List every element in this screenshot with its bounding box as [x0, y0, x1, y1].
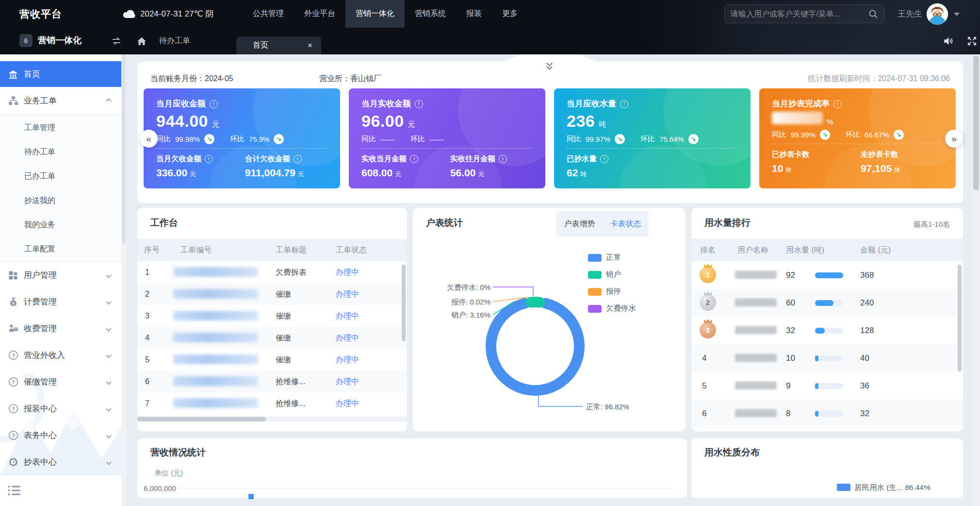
sidebar-group-nonop-income[interactable]: ? 营业外收入	[0, 342, 121, 369]
redacted-order-no	[173, 354, 258, 364]
table-row[interactable]: 6抢维修...办理中	[137, 371, 407, 392]
table-row[interactable]: 1欠费拆表办理中	[137, 261, 407, 283]
sidebar-group-install-center[interactable]: ? 报装中心	[0, 395, 121, 422]
business-office: 营业所：香山镇厂	[319, 74, 381, 84]
info-icon[interactable]: !	[294, 155, 302, 163]
info-icon[interactable]: !	[205, 155, 213, 163]
sidebar-group-work-orders[interactable]: 业务工单	[0, 87, 121, 115]
table-vertical-scrollbar[interactable]	[402, 265, 406, 341]
status-link[interactable]: 办理中	[336, 349, 359, 371]
rank-row[interactable]: 7	[691, 427, 963, 431]
nav-item-more[interactable]: 更多	[492, 0, 528, 28]
info-icon[interactable]: !	[499, 155, 507, 163]
rank-row[interactable]: 5936	[691, 372, 963, 400]
home-icon[interactable]	[136, 35, 147, 47]
status-link[interactable]: 办理中	[336, 371, 359, 392]
card-value: 944.00	[156, 112, 208, 130]
card-sub: 已抄水量! 62吨	[567, 154, 664, 179]
status-link[interactable]: 办理中	[336, 392, 359, 414]
legend-marker[interactable]	[248, 494, 254, 499]
redacted-user	[735, 409, 777, 417]
status-link[interactable]: 办理中	[336, 261, 359, 283]
chevron-up-icon	[106, 98, 111, 103]
sidebar-subitem-cc-me[interactable]: 抄送我的	[0, 188, 121, 213]
gridline	[179, 488, 675, 489]
legend-swatch[interactable]	[837, 484, 850, 491]
card-receivable-water: 当月应收水量! 236吨 同比99.97%↘ 环比75.64%↘ 已抄水量! 6…	[554, 88, 751, 188]
sidebar-subitem-order-config[interactable]: 工单配置	[0, 237, 121, 261]
rank-vertical-scrollbar[interactable]	[958, 265, 962, 371]
table-row[interactable]: 5催缴办理中	[137, 349, 407, 371]
rank-row[interactable]: 6832	[691, 400, 963, 427]
nav-item-marketing-integration[interactable]: 营销一体化	[345, 0, 405, 28]
info-icon[interactable]: !	[410, 155, 418, 163]
card-ratios: 同比99.98%↘ 环比75.9%↘	[156, 134, 327, 144]
sidebar-scrollbar[interactable]	[121, 54, 126, 506]
card-sub: 合计欠收金额! 911,004.79元	[245, 154, 327, 179]
nav-item-install[interactable]: 报装	[456, 0, 492, 28]
nav-item-field[interactable]: 外业平台	[294, 0, 345, 28]
trend-down-icon: ↘	[688, 134, 699, 144]
rank-row[interactable]: 41040	[691, 344, 963, 372]
sidebar-group-billing[interactable]: $ 计费管理	[0, 288, 121, 315]
rank-row[interactable]: 332128	[691, 317, 963, 344]
card-sub: 实收当月金额! 608.00元	[361, 154, 450, 179]
user-name[interactable]: 王先生	[898, 0, 922, 28]
sidebar-item-home[interactable]: 首页	[0, 61, 121, 87]
svg-text:?: ?	[12, 433, 15, 439]
swap-icon[interactable]	[111, 35, 122, 47]
redacted-order-no	[173, 267, 258, 277]
table-row[interactable]: 2催缴办理中	[137, 283, 407, 305]
status-link[interactable]: 办理中	[336, 327, 359, 349]
quick-tab-todo[interactable]: 待办工单	[159, 34, 190, 47]
sidebar-group-reading-center[interactable]: 抄表中心	[0, 449, 121, 475]
table-horizontal-scrollbar[interactable]	[137, 417, 407, 422]
table-row[interactable]: 3催缴办理中	[137, 305, 407, 327]
table-row[interactable]: 4催缴办理中	[137, 327, 407, 349]
info-icon[interactable]: !	[210, 100, 218, 108]
silver-medal-icon: 2	[700, 294, 716, 311]
trend-down-icon: ↘	[894, 130, 904, 140]
sidebar-group-user-mgmt[interactable]: 用户管理	[0, 262, 121, 288]
sidebar: 首页 业务工单 工单管理 待办工单 已办工单 抄送我的 我的业务 工单配置 用户…	[0, 54, 121, 506]
sidebar-subitem-todo-orders[interactable]: 待办工单	[0, 140, 121, 164]
menu-list-icon[interactable]	[8, 485, 20, 496]
nav-item-public[interactable]: 公共管理	[243, 0, 294, 28]
redacted-user	[735, 299, 777, 306]
rank-row[interactable]: 192368	[691, 261, 963, 289]
question-icon: ?	[8, 404, 18, 414]
search-icon[interactable]	[868, 9, 878, 19]
tab-home-active[interactable]: 首页 ×	[236, 36, 321, 54]
sidebar-group-charging[interactable]: 收费管理	[0, 315, 121, 342]
cashier-icon	[8, 323, 18, 334]
carousel-next-button[interactable]: »	[945, 130, 963, 148]
sidebar-group-meter-center[interactable]: ? 表务中心	[0, 422, 121, 449]
chevron-down-icon	[106, 326, 111, 331]
info-icon[interactable]: !	[833, 100, 842, 108]
user-menu-caret[interactable]	[954, 13, 960, 16]
fullscreen-icon[interactable]	[966, 35, 978, 47]
rank-row[interactable]: 260240	[691, 289, 963, 317]
sidebar-subitem-order-mgmt[interactable]: 工单管理	[0, 116, 121, 140]
page-scrollbar[interactable]	[972, 54, 980, 506]
tab-close-icon[interactable]: ×	[308, 41, 312, 51]
carousel-prev-button[interactable]: «	[140, 130, 158, 148]
chevron-down-icon	[106, 353, 111, 358]
info-icon[interactable]: !	[415, 100, 423, 108]
avatar[interactable]	[927, 3, 948, 25]
info-icon[interactable]: !	[600, 155, 608, 163]
module-title: 营销一体化	[38, 34, 82, 47]
collapse-double-chevron-icon[interactable]	[547, 61, 554, 70]
nav-item-marketing-system[interactable]: 营销系统	[405, 0, 456, 28]
search-input[interactable]	[731, 10, 868, 18]
info-icon[interactable]: !	[620, 100, 628, 108]
speaker-icon[interactable]	[943, 35, 955, 47]
sidebar-subitem-my-business[interactable]: 我的业务	[0, 213, 121, 237]
status-link[interactable]: 办理中	[336, 283, 359, 305]
table-row[interactable]: 7抢维修...办理中	[137, 392, 407, 414]
sidebar-footer	[0, 474, 121, 506]
status-link[interactable]: 办理中	[336, 305, 359, 327]
chevron-down-icon	[106, 272, 111, 278]
sidebar-group-collection[interactable]: ? 催缴管理	[0, 369, 121, 395]
sidebar-subitem-done-orders[interactable]: 已办工单	[0, 164, 121, 188]
